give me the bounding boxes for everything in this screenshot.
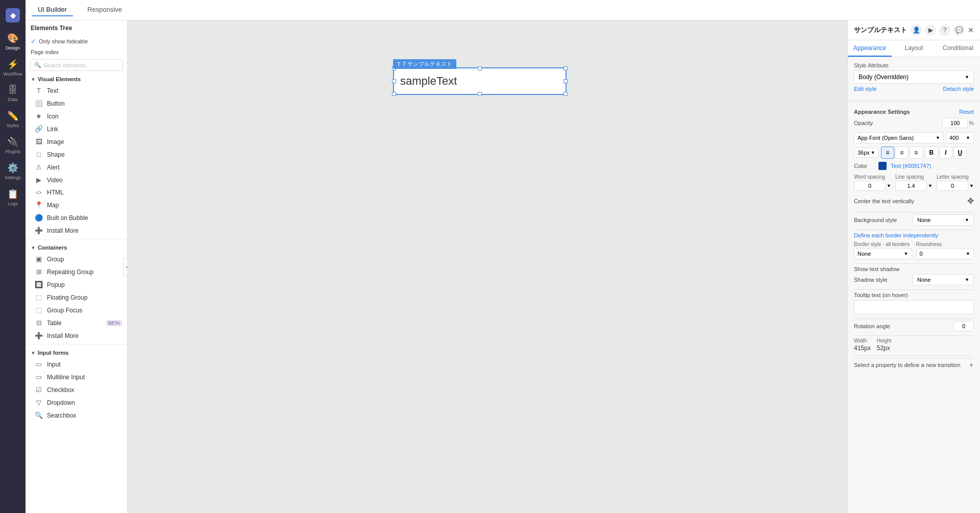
- nav-item-settings[interactable]: ⚙️ Settings: [0, 158, 26, 184]
- data-icon: 🗄: [8, 85, 17, 95]
- user-avatar-icon[interactable]: 👤: [911, 25, 922, 36]
- bg-style-label: Background style: [854, 217, 897, 223]
- sidebar-item-popup[interactable]: 🔲 Popup: [26, 278, 127, 291]
- nav-item-workflow[interactable]: ⚡ Workflow: [0, 55, 26, 81]
- handle-mr[interactable]: [564, 79, 568, 83]
- table-icon: ⊟: [35, 319, 43, 327]
- sidebar-item-table[interactable]: ⊟ Table BETA: [26, 316, 127, 329]
- opacity-value[interactable]: 100: [942, 118, 968, 128]
- style-attribute-label: Style Attribute: [854, 62, 974, 68]
- sidebar-item-icon[interactable]: ★ Icon: [26, 110, 127, 123]
- detach-style-link[interactable]: Detach style: [943, 86, 974, 92]
- sidebar-collapse-arrow[interactable]: ◀: [123, 258, 128, 276]
- page-index-row[interactable]: Page index: [26, 47, 127, 57]
- italic-btn[interactable]: I: [939, 146, 952, 159]
- nav-item-plugins[interactable]: 🔌 Plugins: [0, 132, 26, 158]
- app-logo[interactable]: ◆: [0, 4, 26, 27]
- tab-appearance[interactable]: Appearance: [848, 40, 892, 57]
- line-spacing-value[interactable]: 1.4: [895, 181, 927, 191]
- font-weight-value: 400: [949, 135, 959, 141]
- align-right-btn[interactable]: ≡: [910, 146, 923, 159]
- style-attribute-dropdown[interactable]: Body (Overridden) ▼: [854, 70, 974, 84]
- font-size-dropdown[interactable]: 36px ▼: [854, 148, 879, 158]
- sidebar-item-searchbox[interactable]: 🔍 Searchbox: [26, 409, 127, 422]
- sidebar-item-multiline[interactable]: ▭ Multiline Input: [26, 371, 127, 383]
- sidebar-item-text[interactable]: T Text: [26, 84, 127, 97]
- link-icon: 🔗: [35, 125, 43, 133]
- font-weight-dropdown[interactable]: 400 ▼: [946, 132, 974, 143]
- tooltip-label: Tooltip text (on hover): [854, 292, 974, 298]
- handle-ml[interactable]: [392, 79, 396, 83]
- handle-bm[interactable]: [478, 92, 482, 96]
- border-style-dropdown[interactable]: None ▼: [854, 248, 912, 259]
- nav-item-logs[interactable]: 📋 Logs: [0, 184, 26, 210]
- rotation-value[interactable]: 0: [953, 321, 974, 331]
- handle-br[interactable]: [564, 92, 568, 96]
- dropdown-icon: ▽: [35, 399, 43, 406]
- sidebar-item-link[interactable]: 🔗 Link: [26, 123, 127, 135]
- height-value: 52px: [877, 345, 892, 352]
- handle-tr[interactable]: [564, 66, 568, 70]
- text-element[interactable]: sampleText: [393, 67, 567, 95]
- move-icon[interactable]: ✥: [967, 196, 974, 206]
- search-placeholder: Search elements...: [43, 62, 90, 68]
- nav-item-styles[interactable]: ✏️ Styles: [0, 106, 26, 132]
- sidebar-item-group-focus[interactable]: ⬚ Group Focus: [26, 304, 127, 316]
- align-left-btn[interactable]: ≡: [881, 146, 894, 159]
- handle-bl[interactable]: [392, 92, 396, 96]
- shape-icon: □: [35, 151, 43, 158]
- tooltip-input[interactable]: [854, 300, 974, 314]
- sidebar-item-html[interactable]: <> HTML: [26, 186, 127, 199]
- sidebar-item-install-more-2[interactable]: ➕ Install More: [26, 329, 127, 342]
- nav-item-data[interactable]: 🗄 Data: [0, 81, 26, 106]
- sidebar-item-repeating-group[interactable]: ⊞ Repeating Group: [26, 265, 127, 278]
- containers-toggle[interactable]: ▼: [31, 245, 36, 251]
- font-family-value: App Font (Open Sans): [857, 135, 914, 141]
- tab-layout[interactable]: Layout: [892, 40, 936, 57]
- handle-tm[interactable]: [478, 66, 482, 70]
- sidebar-item-map[interactable]: 📍 Map: [26, 199, 127, 211]
- sidebar-item-input[interactable]: ▭ Input: [26, 358, 127, 371]
- sidebar-item-image[interactable]: 🖼 Image: [26, 135, 127, 148]
- sidebar-item-floating-group[interactable]: ⬚ Floating Group: [26, 291, 127, 304]
- sidebar-item-checkbox[interactable]: ☑ Checkbox: [26, 383, 127, 396]
- underline-btn[interactable]: U: [953, 146, 967, 159]
- close-icon[interactable]: ✕: [968, 26, 974, 34]
- sidebar-item-video[interactable]: ▶ Video: [26, 174, 127, 186]
- shadow-style-dropdown[interactable]: None ▼: [913, 274, 974, 285]
- visual-elements-toggle[interactable]: ▼: [31, 77, 36, 82]
- sidebar-item-built-on-bubble[interactable]: 🔵 Built on Bubble: [26, 211, 127, 224]
- roundness-value[interactable]: 0 ▼: [916, 248, 974, 259]
- font-family-dropdown[interactable]: App Font (Open Sans) ▼: [854, 132, 944, 143]
- transition-row[interactable]: Select a property to define a new transi…: [854, 358, 974, 371]
- tab-conditional[interactable]: Conditional: [936, 40, 980, 57]
- word-spacing-value[interactable]: 0: [854, 181, 886, 191]
- edit-style-link[interactable]: Edit style: [854, 86, 877, 92]
- left-nav: ◆ 🎨 Design ⚡ Workflow 🗄 Data ✏️ Styles 🔌…: [0, 0, 26, 513]
- sidebar-item-dropdown[interactable]: ▽ Dropdown: [26, 396, 127, 409]
- only-show-hideable-row[interactable]: ✓ Only show hideable: [26, 36, 127, 47]
- bold-btn[interactable]: B: [925, 146, 938, 159]
- align-center-btn[interactable]: ≡: [895, 146, 909, 159]
- tab-ui-builder[interactable]: UI Builder: [32, 4, 73, 16]
- help-icon[interactable]: ?: [939, 25, 950, 36]
- input-forms-toggle[interactable]: ▼: [31, 350, 36, 356]
- sidebar-item-button[interactable]: ⬜ Button: [26, 97, 127, 110]
- letter-spacing-value[interactable]: 0: [937, 181, 968, 191]
- color-swatch[interactable]: [878, 162, 887, 170]
- search-elements[interactable]: 🔍 Search elements...: [30, 59, 123, 71]
- height-label: Height: [877, 338, 892, 344]
- nav-item-design[interactable]: 🎨 Design: [0, 29, 26, 55]
- sidebar-item-group[interactable]: ▣ Group: [26, 253, 127, 265]
- define-border-link[interactable]: Define each border independently: [854, 232, 974, 238]
- sidebar-item-alert[interactable]: ⚠ Alert: [26, 161, 127, 174]
- bg-style-dropdown[interactable]: None ▼: [913, 214, 974, 226]
- chat-icon[interactable]: 💬: [953, 25, 965, 36]
- reset-button[interactable]: Reset: [959, 109, 974, 115]
- play-icon[interactable]: ▶: [925, 25, 936, 36]
- sidebar-item-shape[interactable]: □ Shape: [26, 148, 127, 161]
- tab-responsive[interactable]: Responsive: [81, 4, 128, 16]
- canvas-area[interactable]: T T サンプルテキスト sampleText: [128, 20, 847, 513]
- color-value[interactable]: Text (#0091747): [891, 163, 932, 169]
- sidebar-item-install-more-1[interactable]: ➕ Install More: [26, 224, 127, 237]
